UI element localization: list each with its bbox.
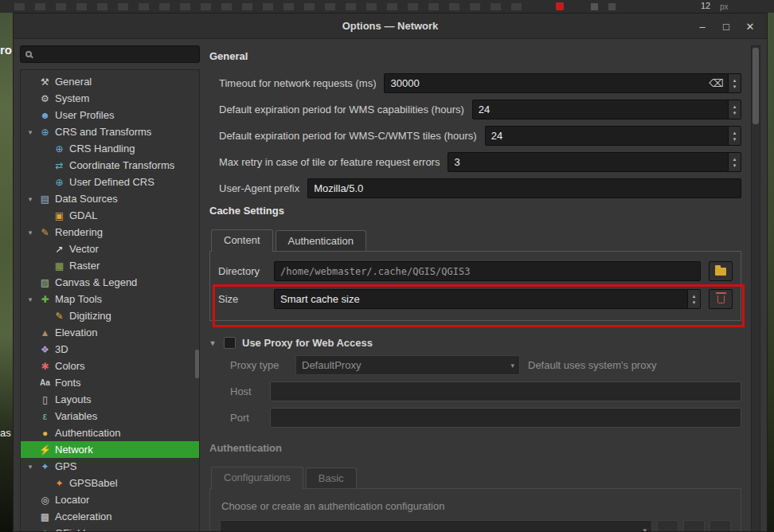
raster-icon: ▦	[53, 260, 66, 272]
sidebar-item-crs-and-transforms[interactable]: ▾⊕CRS and Transforms	[21, 123, 199, 140]
spin-up-icon: ▴	[733, 104, 737, 110]
cache-size-select[interactable]: Smart cache size ▴▾	[274, 289, 701, 309]
collapse-arrow-icon[interactable]: ▾	[208, 338, 217, 347]
branch-expanded-icon[interactable]: ▾	[25, 195, 35, 203]
spinner[interactable]: ▴▾	[728, 74, 741, 92]
proxy-port-input[interactable]	[270, 408, 741, 428]
qgis-toolbar: 12 px	[0, 0, 774, 13]
auth-config-select[interactable]: ▾	[220, 520, 652, 532]
spinner[interactable]: ▴▾	[728, 100, 741, 119]
sidebar-item-user-profiles[interactable]: ☻User Profiles	[21, 107, 199, 123]
sidebar-item-canvas-legend[interactable]: ▨Canvas & Legend	[21, 274, 199, 291]
toolbar-icons	[14, 3, 524, 10]
branch-expanded-icon[interactable]: ▾	[25, 463, 35, 471]
toolbar-value: 12	[701, 1, 710, 10]
wms-expiration-input[interactable]: 24 ▴▾	[472, 100, 741, 119]
proxy-host-input[interactable]	[270, 381, 741, 401]
user-agent-input[interactable]: Mozilla/5.0	[307, 178, 741, 198]
database-icon: ▤	[38, 194, 52, 205]
sidebar-item-qfield[interactable]: ◉QField	[21, 525, 199, 532]
sidebar-item-layouts[interactable]: ▯Layouts	[21, 391, 199, 408]
sidebar-item-authentication[interactable]: ●Authentication	[21, 424, 199, 441]
auth-edit-button[interactable]	[683, 520, 705, 532]
size-label: Size	[218, 293, 266, 305]
cache-directory-input[interactable]: /home/webmaster/.cache/QGIS/QGIS3	[274, 261, 701, 281]
spinner[interactable]: ▴▾	[728, 127, 741, 145]
sidebar-item-vector[interactable]: ↗Vector	[21, 241, 199, 257]
sidebar-item-network[interactable]: ⚡Network	[21, 441, 199, 458]
tab-content[interactable]: Content	[211, 229, 273, 252]
maximize-icon[interactable]: □	[714, 16, 738, 37]
sidebar-item-locator[interactable]: ◎Locator	[21, 491, 199, 508]
sidebar-item-colors[interactable]: ✱Colors	[21, 358, 199, 374]
branch-expanded-icon[interactable]: ▾	[25, 295, 35, 303]
sidebar-item-general[interactable]: ⚒General	[21, 73, 199, 90]
sidebar-item-raster[interactable]: ▦Raster	[21, 257, 199, 274]
sidebar-item-data-sources[interactable]: ▾▤Data Sources	[21, 190, 199, 207]
browse-folder-button[interactable]	[709, 261, 733, 281]
sidebar-item-crs-handling[interactable]: ⊕CRS Handling	[21, 140, 199, 157]
spin-down-icon: ▾	[693, 299, 696, 306]
max-retry-input[interactable]: 3 ▴▾	[448, 152, 741, 172]
branch-expanded-icon[interactable]: ▾	[25, 229, 35, 237]
spin-down-icon: ▾	[733, 136, 737, 143]
minimize-icon[interactable]: –	[690, 16, 714, 37]
gps-icon: ✦	[38, 461, 52, 472]
wmts-expiration-input[interactable]: 24 ▴▾	[485, 126, 741, 146]
tab-basic[interactable]: Basic	[306, 467, 357, 488]
clear-icon[interactable]: ⌫	[710, 77, 724, 89]
auth-config-hint: Choose or create an authentication confi…	[221, 500, 733, 512]
pencil-icon: ✎	[53, 311, 66, 322]
sidebar-item-gpsbabel[interactable]: ✦GPSBabel	[21, 475, 199, 491]
cache-settings-title: Cache Settings	[209, 205, 743, 217]
sidebar-item-rendering[interactable]: ▾✎Rendering	[21, 224, 199, 241]
vector-icon: ↗	[53, 244, 66, 255]
dialog-scrollbar[interactable]	[751, 45, 760, 532]
sidebar-item-elevation[interactable]: ▲Elevation	[21, 324, 199, 341]
sidebar-item-system[interactable]: ⚙System	[21, 90, 199, 107]
sidebar-item-user-defined-crs[interactable]: ⊕User Defined CRS	[21, 174, 199, 190]
port-label: Port	[230, 412, 262, 424]
sidebar-item-map-tools[interactable]: ▾✚Map Tools	[21, 291, 199, 307]
transform-icon: ⇄	[53, 160, 66, 171]
dialog-title: Options — Network	[14, 20, 767, 32]
clear-cache-button[interactable]	[709, 289, 733, 309]
layout-icon: ▯	[38, 394, 52, 405]
use-proxy-checkbox[interactable]	[224, 337, 236, 349]
globe-icon: ⊕	[38, 127, 52, 138]
settings-search[interactable]	[20, 45, 200, 63]
sidebar-item-gps[interactable]: ▾✦GPS	[21, 458, 199, 475]
sidebar-item-coordinate-transforms[interactable]: ⇄Coordinate Transforms	[21, 157, 199, 174]
toolbar-icon	[556, 2, 564, 10]
proxy-type-hint: Default uses system's proxy	[528, 359, 656, 371]
timeout-input[interactable]: 30000 ⌫ ▴▾	[384, 73, 741, 93]
sidebar-scrollbar-thumb[interactable]	[195, 350, 199, 378]
spinner[interactable]: ▴▾	[687, 290, 700, 308]
tab-authentication[interactable]: Authentication	[276, 230, 366, 251]
palette-icon: ✱	[38, 361, 52, 372]
variable-icon: ε	[38, 411, 52, 422]
map-canvas-left-strip: ro as	[0, 13, 13, 532]
mountain-icon: ▲	[38, 327, 52, 338]
fonts-icon: Aa	[38, 378, 52, 387]
sidebar-item-acceleration[interactable]: ▩Acceleration	[21, 508, 199, 525]
close-icon[interactable]: ✕	[738, 16, 762, 37]
branch-expanded-icon[interactable]: ▾	[25, 128, 35, 136]
spin-down-icon: ▾	[733, 162, 737, 169]
auth-add-button[interactable]	[657, 520, 678, 532]
proxy-type-label: Proxy type	[230, 359, 287, 371]
auth-remove-button[interactable]	[710, 520, 731, 532]
auth-configurations-pane: Choose or create an authentication confi…	[209, 488, 741, 532]
settings-search-input[interactable]	[37, 49, 194, 60]
sidebar-item-3d[interactable]: ❖3D	[21, 341, 199, 358]
spinner[interactable]: ▴▾	[728, 153, 741, 171]
sidebar-item-variables[interactable]: εVariables	[21, 408, 199, 424]
sidebar-item-gdal[interactable]: ▣GDAL	[21, 207, 199, 224]
dialog-scrollbar-thumb[interactable]	[752, 48, 759, 124]
sidebar-item-fonts[interactable]: AaFonts	[21, 374, 199, 391]
sidebar-item-digitizing[interactable]: ✎Digitizing	[21, 307, 199, 324]
tab-configurations[interactable]: Configurations	[211, 467, 303, 489]
timeout-label: Timeout for network requests (ms)	[219, 77, 376, 89]
proxy-type-select[interactable]: DefaultProxy ▾	[295, 355, 520, 375]
host-label: Host	[230, 385, 262, 397]
